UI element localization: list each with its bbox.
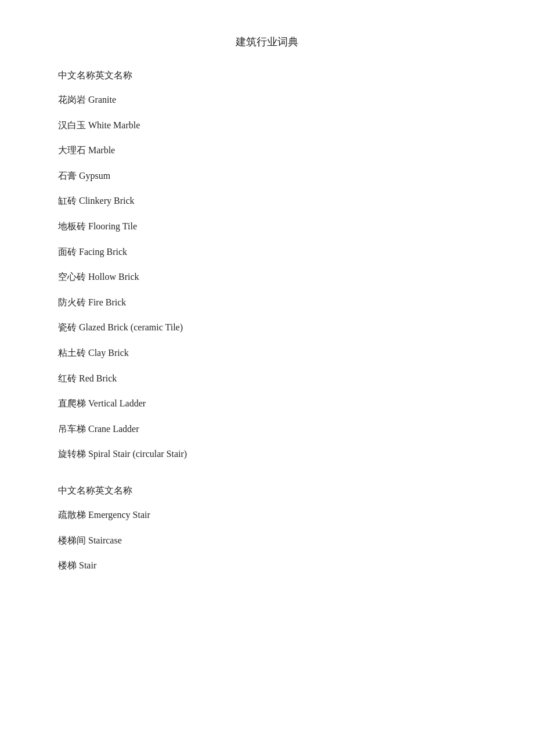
list-item: 面砖 Facing Brick (58, 244, 476, 260)
list-item: 红砖 Red Brick (58, 371, 476, 386)
list-item: 石膏 Gypsum (58, 168, 476, 183)
section-2-header: 中文名称英文名称 (58, 485, 476, 497)
list-item: 楼梯 Stair (58, 558, 476, 573)
list-item: 花岗岩 Granite (58, 92, 476, 107)
list-item: 防火砖 Fire Brick (58, 295, 476, 310)
list-item: 瓷砖 Glazed Brick (ceramic Tile) (58, 320, 476, 335)
list-item: 缸砖 Clinkery Brick (58, 193, 476, 208)
list-item: 粘土砖 Clay Brick (58, 345, 476, 361)
section-1: 中文名称英文名称 花岗岩 Granite 汉白玉 White Marble 大理… (58, 70, 476, 462)
page-title: 建筑行业词典 (58, 35, 476, 49)
list-item: 楼梯间 Staircase (58, 533, 476, 548)
list-item: 汉白玉 White Marble (58, 118, 476, 133)
list-item: 空心砖 Hollow Brick (58, 269, 476, 285)
list-item: 吊车梯 Crane Ladder (58, 422, 476, 437)
list-item: 旋转梯 Spiral Stair (circular Stair) (58, 447, 476, 462)
list-item: 疏散梯 Emergency Stair (58, 507, 476, 523)
section-2: 中文名称英文名称 疏散梯 Emergency Stair 楼梯间 Stairca… (58, 485, 476, 573)
list-item: 直爬梯 Vertical Ladder (58, 396, 476, 411)
list-item: 地板砖 Flooring Tile (58, 219, 476, 234)
list-item: 大理石 Marble (58, 143, 476, 158)
section-1-header: 中文名称英文名称 (58, 70, 476, 82)
